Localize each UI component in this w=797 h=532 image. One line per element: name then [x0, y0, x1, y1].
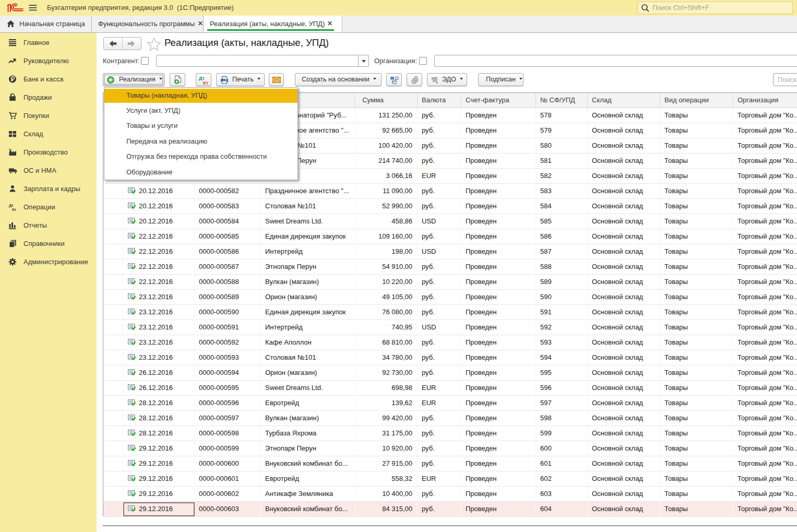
svg-text:Кт: Кт [203, 80, 208, 86]
svg-text:Кт: Кт [12, 207, 17, 212]
